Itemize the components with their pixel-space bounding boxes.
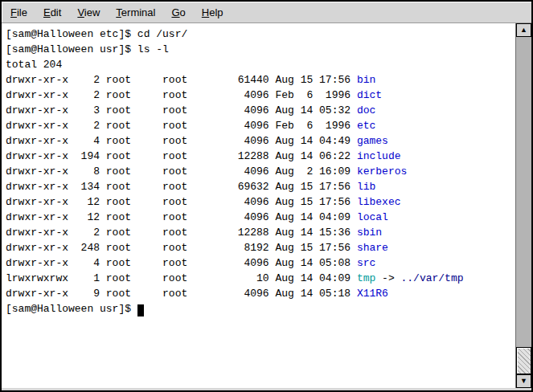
menu-item-terminal-label: erminal: [121, 6, 156, 18]
file-meta: drwxr-xr-x 12 root root 4096 Aug 15 17:5…: [6, 196, 357, 208]
menu-item-help-label: elp: [209, 6, 223, 18]
file-row: drwxr-xr-x 3 root root 4096 Aug 14 05:32…: [6, 103, 515, 118]
file-row: drwxr-xr-x 9 root root 4096 Aug 14 05:18…: [6, 286, 515, 301]
scrollbar-track[interactable]: [516, 37, 531, 374]
file-row: drwxr-xr-x 4 root root 4096 Aug 14 04:49…: [6, 133, 515, 149]
file-row: drwxr-xr-x 2 root root 4096 Feb 6 1996 e…: [6, 118, 515, 133]
file-name: libexec: [357, 196, 401, 208]
file-name: etc: [357, 120, 375, 132]
menu-bar: File Edit View Terminal Go Help: [2, 2, 531, 23]
file-name: X11R6: [357, 288, 388, 300]
file-row: drwxr-xr-x 134 root root 69632 Aug 15 17…: [6, 179, 515, 194]
window-body: [sam@Halloween etc]$ cd /usr/ [sam@Hallo…: [2, 23, 531, 388]
file-name: sbin: [357, 227, 382, 239]
terminal-window: File Edit View Terminal Go Help [sam@Hal…: [0, 0, 533, 392]
file-name: local: [357, 211, 388, 223]
menu-item-edit-accel: E: [43, 6, 51, 18]
prompt-text: [sam@Halloween usr]$: [6, 303, 137, 315]
file-meta: drwxr-xr-x 2 root root 4096 Feb 6 1996: [6, 89, 357, 101]
scroll-down-button[interactable]: ▼: [516, 374, 531, 388]
total-line: total 204: [6, 57, 515, 72]
menu-item-view[interactable]: View: [69, 3, 108, 22]
file-meta: drwxr-xr-x 2 root root 4096 Feb 6 1996: [6, 120, 357, 132]
file-name: games: [357, 135, 388, 147]
prompt-line: [sam@Halloween usr]$: [6, 301, 515, 316]
file-meta: drwxr-xr-x 8 root root 4096 Aug 2 16:09: [6, 165, 357, 178]
file-row: drwxr-xr-x 2 root root 61440 Aug 15 17:5…: [6, 72, 515, 88]
menu-item-file-label: ile: [17, 6, 27, 18]
scroll-down-arrow-icon: ▼: [520, 378, 527, 385]
scroll-up-arrow-icon: ▲: [520, 27, 527, 34]
file-name: doc: [357, 104, 375, 116]
file-name: lib: [357, 181, 375, 193]
symlink-name: tmp: [357, 272, 375, 284]
file-meta: drwxr-xr-x 9 root root 4096 Aug 14 05:18: [6, 288, 357, 300]
menu-item-file[interactable]: File: [2, 3, 35, 22]
file-meta: drwxr-xr-x 3 root root 4096 Aug 14 05:32: [6, 104, 357, 116]
file-name: share: [357, 242, 388, 254]
file-name: bin: [357, 74, 375, 86]
file-meta: drwxr-xr-x 194 root root 12288 Aug 14 06…: [6, 150, 357, 162]
menu-item-view-accel: V: [77, 6, 84, 18]
file-meta: drwxr-xr-x 4 root root 4096 Aug 14 05:08: [6, 257, 357, 269]
menu-item-edit-label: dit: [51, 6, 62, 18]
text-cursor: [137, 304, 144, 316]
command-text: [sam@Halloween etc]$ cd /usr/: [6, 28, 187, 40]
file-row: drwxr-xr-x 4 root root 4096 Aug 14 05:08…: [6, 255, 515, 271]
file-name: dict: [357, 89, 382, 101]
scroll-up-button[interactable]: ▲: [516, 23, 531, 37]
file-row: drwxr-xr-x 12 root root 4096 Aug 15 17:5…: [6, 194, 515, 210]
menu-item-view-label: iew: [84, 6, 100, 18]
terminal-screen[interactable]: [sam@Halloween etc]$ cd /usr/ [sam@Hallo…: [2, 23, 515, 388]
symlink-arrow: ->: [375, 272, 400, 284]
menu-item-help-accel: H: [202, 6, 209, 18]
file-name: kerberos: [357, 165, 407, 178]
file-name: include: [357, 150, 401, 162]
file-meta: drwxr-xr-x 2 root root 61440 Aug 15 17:5…: [6, 74, 357, 86]
file-row: drwxr-xr-x 2 root root 4096 Feb 6 1996 d…: [6, 88, 515, 103]
file-row: drwxr-xr-x 12 root root 4096 Aug 14 04:0…: [6, 210, 515, 225]
file-meta: drwxr-xr-x 2 root root 12288 Aug 14 15:3…: [6, 227, 357, 239]
file-meta: drwxr-xr-x 12 root root 4096 Aug 14 04:0…: [6, 211, 357, 223]
file-row: drwxr-xr-x 248 root root 8192 Aug 15 17:…: [6, 240, 515, 255]
file-row: drwxr-xr-x 2 root root 12288 Aug 14 15:3…: [6, 225, 515, 240]
menu-item-go[interactable]: Go: [163, 3, 193, 22]
file-meta: drwxr-xr-x 134 root root 69632 Aug 15 17…: [6, 181, 357, 193]
total-text: total 204: [6, 59, 62, 71]
file-meta: drwxr-xr-x 4 root root 4096 Aug 14 04:49: [6, 135, 357, 147]
menu-item-edit[interactable]: Edit: [35, 3, 69, 22]
symlink-target: ../var/tmp: [401, 272, 464, 284]
file-meta: lrwxrwxrwx 1 root root 10 Aug 14 04:09: [6, 272, 357, 284]
file-row: drwxr-xr-x 194 root root 12288 Aug 14 06…: [6, 149, 515, 164]
command-text: [sam@Halloween usr]$ ls -l: [6, 43, 169, 55]
menu-item-file-accel: F: [10, 6, 17, 18]
menu-item-go-label: o: [180, 6, 186, 18]
command-line: [sam@Halloween usr]$ ls -l: [6, 42, 515, 57]
scrollbar-thumb[interactable]: [516, 347, 531, 374]
file-row-symlink: lrwxrwxrwx 1 root root 10 Aug 14 04:09 t…: [6, 271, 515, 286]
menu-item-terminal[interactable]: Terminal: [108, 3, 163, 22]
command-line: [sam@Halloween etc]$ cd /usr/: [6, 27, 515, 42]
menu-item-go-accel: G: [171, 6, 179, 18]
file-name: src: [357, 257, 375, 269]
file-meta: drwxr-xr-x 248 root root 8192 Aug 15 17:…: [6, 242, 357, 254]
scrollbar: ▲ ▼: [515, 23, 531, 388]
menu-item-help[interactable]: Help: [194, 3, 232, 22]
file-row: drwxr-xr-x 8 root root 4096 Aug 2 16:09 …: [6, 164, 515, 179]
